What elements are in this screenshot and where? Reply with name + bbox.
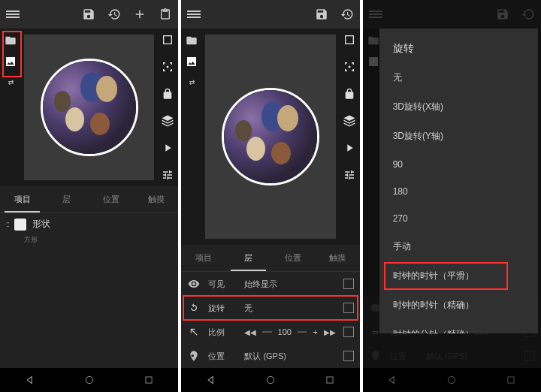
- visible-checkbox[interactable]: [343, 279, 354, 289]
- popup-item-180[interactable]: 180: [379, 178, 538, 205]
- tab-layer[interactable]: 层: [226, 245, 270, 271]
- prop-rotate[interactable]: 旋转 无: [181, 296, 359, 320]
- layers-icon[interactable]: [341, 113, 358, 129]
- folder-icon[interactable]: [183, 32, 201, 50]
- popup-item-manual[interactable]: 手动: [379, 232, 538, 261]
- svg-rect-4: [345, 36, 353, 44]
- popup-item-270[interactable]: 270: [379, 205, 538, 232]
- svg-point-1: [167, 66, 169, 68]
- save-icon[interactable]: [315, 8, 328, 21]
- prop-position[interactable]: 位置 默认 (GPS): [181, 344, 359, 368]
- rotate-value: 无: [244, 303, 335, 314]
- image-icon[interactable]: [183, 53, 201, 71]
- play-icon[interactable]: [159, 140, 176, 156]
- topbar: [181, 0, 359, 29]
- prop-visible[interactable]: 可见 始终显示: [181, 272, 359, 296]
- home-button[interactable]: [74, 374, 104, 386]
- expand-icon[interactable]: ⇅: [2, 74, 20, 92]
- save-icon[interactable]: [82, 8, 95, 21]
- popup-item-hour-smooth[interactable]: 时钟的时针（平滑）: [379, 261, 538, 291]
- tab-touch[interactable]: 触摸: [134, 186, 178, 213]
- back-button[interactable]: [196, 373, 226, 387]
- shape-label: 形状: [32, 218, 50, 231]
- rotate-label: 旋转: [208, 303, 237, 314]
- screenshot-2: ⇅ 项目 层 位置 触摸 可见 始终显示: [181, 0, 359, 392]
- right-toolbar: [157, 29, 178, 186]
- popup-item-none[interactable]: 无: [379, 63, 538, 92]
- scale-slider-right[interactable]: [298, 331, 307, 333]
- tune-icon[interactable]: [341, 167, 358, 183]
- home-button[interactable]: [255, 374, 286, 386]
- tab-position[interactable]: 位置: [89, 186, 134, 213]
- tab-project[interactable]: 项目: [181, 245, 225, 271]
- back-button[interactable]: [15, 373, 45, 387]
- tab-touch[interactable]: 触摸: [315, 245, 359, 271]
- position-value: 默认 (GPS): [244, 351, 335, 362]
- right-toolbar: [339, 29, 360, 245]
- recent-button[interactable]: [315, 375, 345, 385]
- scale-checkbox[interactable]: [343, 327, 354, 337]
- expand-icon[interactable]: ⇅: [183, 74, 201, 92]
- popup-item-3dy[interactable]: 3D旋转(Y轴): [379, 122, 538, 151]
- bottom-tabs: 项目 层 位置 触摸: [181, 245, 359, 272]
- crosshair-icon[interactable]: [341, 59, 358, 75]
- lock-icon[interactable]: [159, 86, 176, 102]
- tab-position[interactable]: 位置: [270, 245, 315, 271]
- folder-icon[interactable]: [2, 32, 20, 50]
- shape-item[interactable]: :::: 形状: [0, 213, 178, 235]
- history-icon[interactable]: [340, 8, 354, 21]
- forward-icon[interactable]: ▶▶: [324, 328, 336, 336]
- image-icon[interactable]: [2, 53, 20, 71]
- visible-label: 可见: [208, 279, 237, 290]
- svg-rect-0: [164, 36, 172, 44]
- left-toolbar: ⇅: [0, 29, 21, 186]
- square-icon[interactable]: [159, 32, 176, 48]
- menu-icon[interactable]: [187, 9, 201, 20]
- tune-icon[interactable]: [159, 167, 176, 183]
- popup-item-minute-precise[interactable]: 时钟的分针（精确）: [379, 320, 538, 333]
- history-icon[interactable]: [107, 8, 121, 21]
- position-checkbox[interactable]: [343, 351, 354, 361]
- layers-icon[interactable]: [159, 113, 176, 129]
- canvas[interactable]: [24, 35, 154, 180]
- rotate-icon: [187, 301, 201, 315]
- popup-item-hour-precise[interactable]: 时钟的时针（精确）: [379, 291, 538, 320]
- prop-scale[interactable]: 比例 ◀◀ 100 + ▶▶: [181, 320, 359, 344]
- rewind-icon[interactable]: ◀◀: [244, 328, 256, 336]
- shape-subtype: 方形: [24, 235, 178, 245]
- rotate-popup: 旋转 无 3D旋转(X轴) 3D旋转(Y轴) 90 180 270 手动 时钟的…: [379, 29, 538, 333]
- rotate-checkbox[interactable]: [343, 303, 354, 313]
- position-label: 位置: [208, 351, 237, 362]
- popup-item-3dx[interactable]: 3D旋转(X轴): [379, 92, 538, 122]
- tab-project[interactable]: 项目: [0, 186, 44, 213]
- plus-icon[interactable]: +: [313, 327, 317, 336]
- tab-layer[interactable]: 层: [44, 186, 89, 213]
- square-icon[interactable]: [341, 32, 358, 48]
- clipboard-icon[interactable]: [159, 8, 172, 21]
- popup-title: 旋转: [379, 38, 538, 63]
- location-icon: [187, 349, 201, 363]
- android-navbar: [181, 368, 359, 392]
- lock-icon[interactable]: [341, 86, 358, 102]
- svg-point-2: [86, 376, 92, 383]
- drag-handle-icon[interactable]: ::::: [6, 220, 8, 228]
- svg-rect-7: [327, 377, 333, 383]
- project-panel: :::: 形状 方形: [0, 213, 178, 368]
- play-icon[interactable]: [341, 140, 358, 156]
- popup-item-90[interactable]: 90: [379, 151, 538, 178]
- layer-panel: 可见 始终显示 旋转 无 比例 ◀◀ 100 + ▶▶: [181, 272, 359, 368]
- visible-value: 始终显示: [244, 279, 335, 290]
- menu-icon[interactable]: [6, 9, 20, 20]
- canvas[interactable]: [205, 35, 335, 239]
- recent-button[interactable]: [134, 375, 164, 385]
- scale-value: 100: [278, 327, 292, 336]
- crosshair-icon[interactable]: [159, 59, 176, 75]
- svg-point-5: [348, 66, 350, 68]
- plus-icon[interactable]: [133, 8, 147, 21]
- bottom-tabs: 项目 层 位置 触摸: [0, 186, 178, 213]
- canvas-area: ⇅: [0, 29, 178, 186]
- screenshot-1: ⇅ 项目 层 位置 触摸 :::: 形状 方形: [0, 0, 178, 392]
- scale-slider[interactable]: [262, 331, 271, 333]
- android-navbar: [0, 368, 178, 392]
- topbar: [0, 0, 178, 29]
